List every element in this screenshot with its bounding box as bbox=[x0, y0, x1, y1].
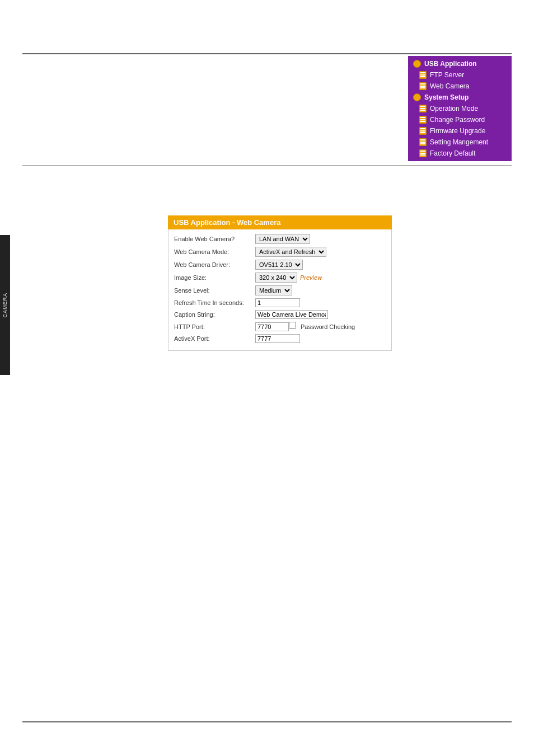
top-divider bbox=[22, 53, 512, 54]
field-control-web-camera-mode[interactable]: ActiveX and RefreshActiveX onlyRefresh o… bbox=[255, 247, 386, 257]
form-row-enable-web-camera: Enable Web Camera?LAN and WANLAN onlyDis… bbox=[174, 234, 386, 244]
field-control-enable-web-camera[interactable]: LAN and WANLAN onlyDisable bbox=[255, 234, 386, 244]
globe-icon bbox=[413, 60, 421, 68]
select-web-camera-driver[interactable]: OV511 2.10OV518 bbox=[255, 260, 303, 270]
doc-icon bbox=[418, 149, 427, 157]
doc-icon bbox=[418, 105, 427, 112]
mid-divider bbox=[22, 165, 512, 166]
doc-icon bbox=[418, 127, 427, 135]
nav-label-usb-application: USB Application bbox=[424, 60, 477, 68]
field-label-caption-string: Caption String: bbox=[174, 311, 255, 318]
doc-icon bbox=[418, 138, 427, 146]
nav-label-system-setup: System Setup bbox=[424, 93, 469, 101]
nav-item-operation-mode[interactable]: Operation Mode bbox=[408, 103, 512, 114]
nav-label-operation-mode: Operation Mode bbox=[430, 105, 478, 112]
select-enable-web-camera[interactable]: LAN and WANLAN onlyDisable bbox=[255, 234, 310, 244]
doc-icon bbox=[418, 82, 427, 90]
nav-label-factory-default: Factory Default bbox=[430, 149, 475, 157]
field-control-http-port[interactable]: Password Checking bbox=[255, 322, 386, 331]
bottom-divider bbox=[22, 721, 512, 722]
doc-icon bbox=[418, 71, 427, 79]
field-control-activex-port[interactable] bbox=[255, 334, 386, 343]
field-label-activex-port: ActiveX Port: bbox=[174, 335, 255, 342]
left-sidebar-bar: CAMERA bbox=[0, 235, 10, 375]
panel-body: Enable Web Camera?LAN and WANLAN onlyDis… bbox=[168, 229, 392, 351]
checkbox-http-port[interactable] bbox=[289, 322, 296, 329]
form-row-web-camera-mode: Web Camera Mode:ActiveX and RefreshActiv… bbox=[174, 247, 386, 257]
nav-item-change-password[interactable]: Change Password bbox=[408, 114, 512, 125]
form-row-http-port: HTTP Port:Password Checking bbox=[174, 322, 386, 331]
nav-item-ftp-server[interactable]: FTP Server bbox=[408, 69, 512, 81]
form-row-image-size: Image Size:320 x 240640 x 480160 x 120Pr… bbox=[174, 273, 386, 283]
field-control-sense-level[interactable]: MediumLowHigh bbox=[255, 285, 386, 295]
select-web-camera-mode[interactable]: ActiveX and RefreshActiveX onlyRefresh o… bbox=[255, 247, 326, 257]
input-refresh-time[interactable] bbox=[255, 298, 300, 307]
field-label-enable-web-camera: Enable Web Camera? bbox=[174, 236, 255, 242]
select-image-size[interactable]: 320 x 240640 x 480160 x 120 bbox=[255, 273, 297, 283]
field-control-web-camera-driver[interactable]: OV511 2.10OV518 bbox=[255, 260, 386, 270]
form-row-web-camera-driver: Web Camera Driver:OV511 2.10OV518 bbox=[174, 260, 386, 270]
web-camera-panel: USB Application - Web Camera Enable Web … bbox=[168, 215, 392, 351]
nav-item-setting-mangement[interactable]: Setting Mangement bbox=[408, 137, 512, 148]
form-row-activex-port: ActiveX Port: bbox=[174, 334, 386, 343]
field-label-image-size: Image Size: bbox=[174, 274, 255, 281]
input-http-port[interactable] bbox=[255, 322, 289, 331]
doc-icon bbox=[418, 116, 427, 124]
globe-icon bbox=[413, 93, 421, 101]
nav-label-change-password: Change Password bbox=[430, 116, 485, 124]
field-label-http-port: HTTP Port: bbox=[174, 323, 255, 330]
input-caption-string[interactable] bbox=[255, 310, 328, 319]
checkbox-label-http-port: Password Checking bbox=[301, 323, 355, 330]
field-label-web-camera-mode: Web Camera Mode: bbox=[174, 248, 255, 255]
nav-item-system-setup[interactable]: System Setup bbox=[408, 92, 512, 103]
nav-label-firmware-upgrade: Firmware Upgrade bbox=[430, 127, 485, 135]
field-control-refresh-time[interactable] bbox=[255, 298, 386, 307]
form-row-refresh-time: Refresh Time In seconds: bbox=[174, 298, 386, 307]
field-control-caption-string[interactable] bbox=[255, 310, 386, 319]
nav-label-web-camera: Web Camera bbox=[430, 82, 469, 90]
form-row-caption-string: Caption String: bbox=[174, 310, 386, 319]
preview-link[interactable]: Preview bbox=[300, 274, 322, 281]
nav-label-setting-mangement: Setting Mangement bbox=[430, 138, 488, 146]
select-sense-level[interactable]: MediumLowHigh bbox=[255, 285, 292, 295]
field-label-web-camera-driver: Web Camera Driver: bbox=[174, 261, 255, 268]
navigation-menu: USB ApplicationFTP ServerWeb CameraSyste… bbox=[408, 56, 512, 161]
panel-title: USB Application - Web Camera bbox=[168, 215, 392, 229]
nav-item-usb-application[interactable]: USB Application bbox=[408, 58, 512, 69]
field-label-refresh-time: Refresh Time In seconds: bbox=[174, 299, 255, 306]
form-row-sense-level: Sense Level:MediumLowHigh bbox=[174, 285, 386, 295]
nav-item-firmware-upgrade[interactable]: Firmware Upgrade bbox=[408, 125, 512, 137]
sidebar-label: CAMERA bbox=[2, 293, 8, 318]
nav-item-web-camera[interactable]: Web Camera bbox=[408, 81, 512, 92]
nav-item-factory-default[interactable]: Factory Default bbox=[408, 148, 512, 159]
field-control-image-size[interactable]: 320 x 240640 x 480160 x 120Preview bbox=[255, 273, 386, 283]
nav-label-ftp-server: FTP Server bbox=[430, 71, 464, 79]
input-activex-port[interactable] bbox=[255, 334, 300, 343]
field-label-sense-level: Sense Level: bbox=[174, 287, 255, 294]
